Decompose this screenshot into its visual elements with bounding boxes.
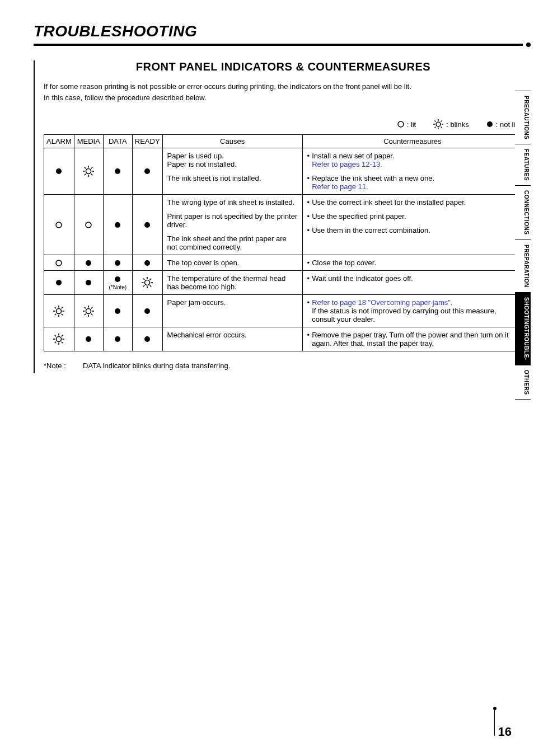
indicator-alarm [44, 148, 74, 195]
alarm-blinks-icon [45, 305, 73, 317]
legend: : lit : blinks [44, 119, 523, 130]
media-notlit-icon [76, 279, 102, 287]
countermeasure-text: • Close the top cover. [307, 259, 518, 267]
indicator-media [74, 148, 103, 195]
svg-line-9 [435, 127, 436, 128]
data-notlit-icon [105, 167, 131, 175]
data-notlit-icon [105, 307, 131, 315]
legend-notlit-label: : not lit [496, 120, 517, 129]
svg-point-72 [86, 336, 91, 342]
svg-line-59 [91, 307, 92, 308]
legend-lit-label: : lit [407, 120, 416, 129]
ready-blinks-icon [134, 276, 161, 289]
data-notlit-icon [105, 221, 131, 229]
media-lit-icon [76, 221, 102, 229]
lit-icon [397, 120, 405, 128]
countermeasure-cell: • Close the top cover. [302, 255, 522, 271]
alarm-notlit-icon [45, 279, 73, 287]
countermeasure-text: • Refer to page 18 "Overcoming paper jam… [307, 298, 518, 323]
cause-cell: Paper is used up.Paper is not installed.… [162, 148, 302, 195]
indicator-media [74, 295, 103, 327]
svg-point-73 [115, 336, 120, 342]
cause-text: The temperature of the thermal head has … [167, 274, 298, 291]
indicator-media [74, 195, 103, 255]
svg-point-23 [56, 222, 62, 228]
countermeasure-text: • Use the specified print paper. [307, 212, 518, 220]
media-notlit-icon [76, 259, 102, 267]
svg-line-57 [85, 307, 86, 308]
cause-cell: Paper jam occurs. [162, 295, 302, 327]
svg-point-10 [487, 121, 493, 127]
cause-cell: The temperature of the thermal head has … [162, 271, 302, 295]
countermeasure-text: • Use them in the correct combination. [307, 226, 518, 234]
indicator-alarm [44, 255, 74, 271]
tab-trouble-b: SHOOTING [516, 297, 530, 329]
cause-cell: The top cover is open. [162, 255, 302, 271]
countermeasure-text: • Wait until the indicator goes off. [307, 274, 518, 283]
countermeasure-cell: • Use the correct ink sheet for the inst… [302, 195, 522, 255]
svg-point-32 [86, 280, 91, 285]
th-media: MEDIA [74, 135, 103, 148]
reference-link[interactable]: Refer to page 11. [312, 182, 368, 191]
indicator-media [74, 271, 103, 295]
svg-line-6 [435, 121, 436, 122]
svg-point-30 [144, 260, 150, 266]
ready-notlit-icon [134, 259, 161, 267]
svg-line-7 [441, 127, 442, 128]
svg-point-61 [115, 308, 120, 314]
svg-point-62 [144, 308, 150, 314]
svg-line-40 [150, 285, 151, 287]
tab-troubleshooting[interactable]: SHOOTING TROUBLE- [515, 292, 531, 365]
svg-point-34 [145, 280, 150, 285]
indicator-data [103, 195, 132, 255]
indicator-ready [132, 195, 162, 255]
tab-preparation[interactable]: PREPARATION [515, 240, 531, 293]
cause-text: The ink sheet and the print paper are no… [167, 234, 298, 251]
svg-line-58 [91, 313, 92, 314]
table-row: (*Note)The temperature of the thermal he… [44, 271, 523, 295]
data-notlit-icon [105, 259, 131, 267]
th-data: DATA [103, 135, 132, 148]
table-header-row: ALARM MEDIA DATA READY Causes Countermea… [44, 135, 523, 148]
ready-notlit-icon [134, 307, 161, 315]
ready-notlit-icon [134, 335, 161, 343]
th-countermeasures: Countermeasures [302, 135, 522, 148]
indicator-alarm [44, 295, 74, 327]
svg-point-1 [436, 122, 441, 126]
svg-line-71 [55, 342, 56, 343]
indicator-media [74, 255, 103, 271]
indicator-alarm [44, 271, 74, 295]
svg-point-31 [56, 280, 62, 285]
svg-point-21 [115, 168, 120, 174]
alarm-blinks-icon [45, 333, 73, 345]
table-row: Mechanical error occurs.• Remove the pap… [44, 327, 523, 351]
intro-line-2: In this case, follow the procedure descr… [44, 93, 207, 102]
chapter-title: TROUBLESHOOTING [34, 22, 523, 40]
tab-features[interactable]: FEATURES [515, 144, 531, 186]
table-row: The wrong type of ink sheet is installed… [44, 195, 523, 255]
svg-line-51 [55, 313, 56, 314]
svg-line-18 [91, 174, 92, 175]
cause-text: Print paper is not specified by the prin… [167, 212, 298, 229]
countermeasure-cell: • Refer to page 18 "Overcoming paper jam… [302, 295, 522, 327]
page-number: 16 [498, 725, 512, 739]
tab-others[interactable]: OTHERS [515, 365, 531, 400]
th-alarm: ALARM [44, 135, 74, 148]
svg-line-42 [143, 285, 144, 287]
svg-line-68 [55, 335, 56, 336]
cause-text: The top cover is open. [167, 259, 298, 267]
footnote-label: *Note : [44, 361, 83, 370]
indicator-ready [132, 271, 162, 295]
reference-link[interactable]: Refer to pages 12-13. [312, 160, 382, 168]
svg-point-25 [115, 222, 120, 228]
tab-precautions[interactable]: PRECAUTIONS [515, 91, 531, 144]
alarm-lit-icon [45, 221, 73, 229]
tab-connections[interactable]: CONNECTIONS [515, 185, 531, 240]
data-notlit-icon: (*Note) [105, 275, 131, 290]
svg-point-63 [57, 337, 62, 342]
intro-line-1: If for some reason printing is not possi… [44, 82, 411, 91]
svg-point-28 [86, 260, 91, 266]
svg-line-70 [62, 335, 63, 336]
reference-link[interactable]: Refer to page 18 "Overcoming paper jams"… [312, 298, 452, 307]
countermeasure-text: • Replace the ink sheet with a new one.R… [307, 174, 518, 191]
